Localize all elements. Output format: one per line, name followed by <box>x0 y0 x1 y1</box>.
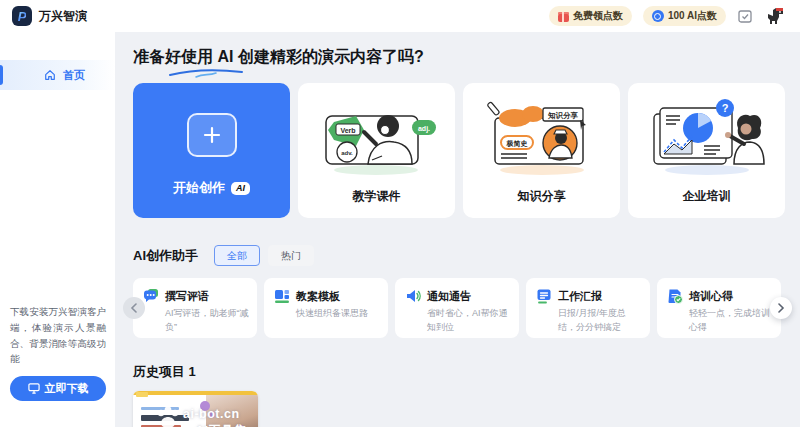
gift-icon <box>558 11 569 22</box>
sidebar: 首页 下载安装万兴智演客户端，体验演示人景融合、背景消除等高级功能 立即下载 <box>0 32 115 427</box>
page-title: 准备好使用 AI 创建精彩的演示内容了吗? <box>133 47 424 68</box>
start-create-label: 开始创作 <box>173 179 225 197</box>
plus-icon <box>187 113 237 157</box>
doc-check-icon <box>667 288 683 304</box>
home-icon <box>44 69 56 81</box>
template-grid-icon <box>274 288 290 304</box>
svg-text:adv.: adv. <box>341 150 353 156</box>
assistant-card-lesson-template[interactable]: 教案模板 快速组织备课思路 <box>264 278 388 338</box>
scenario-cards: 开始创作 AI Verb adv. <box>133 83 787 218</box>
scenario-label: 企业培训 <box>683 188 731 205</box>
assistant-carousel: 撰写评语 AI写评语，助老师“减负” 教案模板 快速组织备课思路 <box>133 278 787 338</box>
source-watermark: ai-bot.cn AI工具集 ✦ <box>133 391 258 427</box>
report-icon <box>536 288 552 304</box>
download-promo: 下载安装万兴智演客户端，体验演示人景融合、背景消除等高级功能 立即下载 <box>10 304 106 401</box>
free-points-button[interactable]: 免费领点数 <box>549 6 632 26</box>
carousel-prev-button[interactable] <box>123 297 145 319</box>
ai-coin-icon <box>652 10 664 22</box>
scenario-label: 教学课件 <box>353 188 401 205</box>
scenario-card-knowledge[interactable]: 知识分享 极简史 知识分享 <box>463 83 620 218</box>
heading-underline-swoosh <box>168 67 244 79</box>
teaching-illustration: Verb adv. adj. <box>316 96 438 178</box>
assistant-title: AI创作助手 <box>133 247 198 265</box>
assistant-header: AI创作助手 全部 热门 <box>133 245 787 266</box>
svg-text:adj.: adj. <box>417 125 429 133</box>
header-actions: 免费领点数 100 AI点数 <box>549 5 786 27</box>
app-logo-icon: P <box>12 6 32 26</box>
ai-points-label: 100 AI点数 <box>668 9 717 23</box>
megaphone-icon <box>405 288 421 304</box>
scenario-label: 知识分享 <box>518 188 566 205</box>
knowledge-illustration: 知识分享 极简史 <box>481 96 603 178</box>
promo-text: 下载安装万兴智演客户端，体验演示人景融合、背景消除等高级功能 <box>10 304 106 367</box>
scenario-card-corporate[interactable]: ? 企业培训 <box>628 83 785 218</box>
start-create-card[interactable]: 开始创作 AI <box>133 83 290 218</box>
download-label: 立即下载 <box>45 381 89 396</box>
brand: P 万兴智演 <box>12 6 87 26</box>
assistant-card-training-notes[interactable]: 培训心得 轻轻一点，完成培训心得 <box>657 278 781 338</box>
history-title: 历史项目 1 <box>133 363 787 381</box>
svg-text:Verb: Verb <box>340 127 355 134</box>
monitor-icon <box>28 383 40 394</box>
assistant-tabs: 全部 热门 <box>214 245 314 266</box>
svg-text:?: ? <box>721 102 728 114</box>
sidebar-item-label: 首页 <box>63 68 85 83</box>
ai-badge: AI <box>231 182 250 195</box>
tab-hot[interactable]: 热门 <box>268 245 314 266</box>
svg-text:知识分享: 知识分享 <box>547 111 579 120</box>
corporate-illustration: ? <box>646 96 768 178</box>
assistant-card-comments[interactable]: 撰写评语 AI写评语，助老师“减负” <box>133 278 257 338</box>
history-project-thumbnail[interactable]: ai-bot.cn AI工具集 ✦ <box>133 391 258 427</box>
main-content: 准备好使用 AI 创建精彩的演示内容了吗? 开始创作 AI <box>115 32 800 427</box>
assistant-card-notice[interactable]: 通知通告 省时省心，AI帮你通知到位 <box>395 278 519 338</box>
assistant-card-work-report[interactable]: 工作汇报 日报/月报/年度总结，分分钟搞定 <box>526 278 650 338</box>
svg-text:极简史: 极简史 <box>505 140 527 148</box>
scenario-card-teaching[interactable]: Verb adv. adj. 教学课件 <box>298 83 455 218</box>
free-points-label: 免费领点数 <box>573 9 623 23</box>
tab-all[interactable]: 全部 <box>214 245 260 266</box>
ai-points-button[interactable]: 100 AI点数 <box>643 6 726 26</box>
app-name: 万兴智演 <box>39 8 87 25</box>
top-bar: P 万兴智演 免费领点数 100 AI点数 <box>0 0 800 32</box>
download-button[interactable]: 立即下载 <box>10 376 106 401</box>
sidebar-item-home[interactable]: 首页 <box>0 60 115 90</box>
feedback-icon[interactable] <box>737 8 753 24</box>
chat-bubbles-icon <box>143 288 159 304</box>
carousel-next-button[interactable] <box>770 297 792 319</box>
user-avatar[interactable] <box>764 5 786 27</box>
